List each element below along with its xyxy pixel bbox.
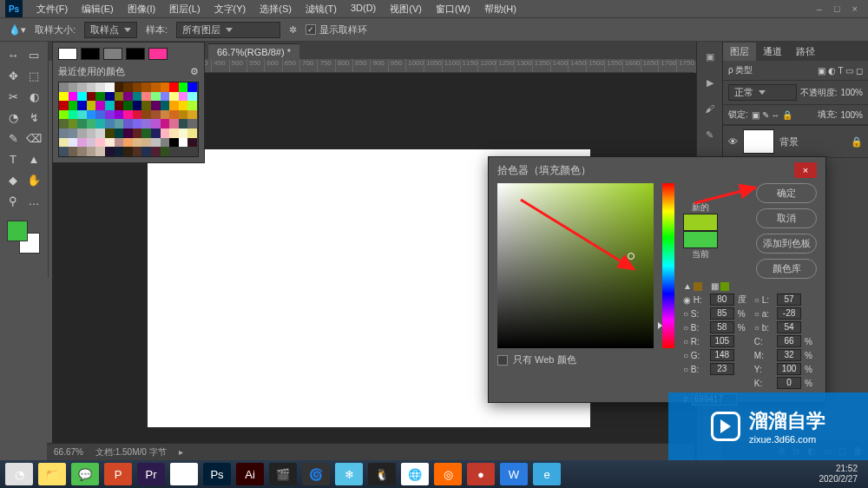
minimize-button[interactable]: – [817,3,822,14]
close-button[interactable]: × [794,162,817,178]
swatch-cell[interactable] [151,138,161,148]
taskbar-app[interactable]: W [500,463,528,485]
menu-window[interactable]: 窗口(W) [431,1,476,17]
swatch-cell[interactable] [133,138,142,148]
tool-9[interactable]: ⌫ [24,129,43,148]
tool-13[interactable]: ✋ [24,170,43,189]
swatch-cell[interactable] [77,119,87,129]
swatch-cell[interactable] [151,119,161,129]
swatch-cell[interactable] [161,110,170,120]
gear-icon[interactable]: ⚙ [190,66,199,77]
swatch-cell[interactable] [69,129,78,138]
tab-channels[interactable]: 通道 [756,43,789,61]
show-ring-checkbox[interactable]: ✓显示取样环 [306,23,367,36]
menu-select[interactable]: 选择(S) [254,1,297,17]
tool-6[interactable]: ◔ [3,108,23,127]
swatch-cell[interactable] [87,119,96,129]
swatch-cell[interactable] [87,82,96,92]
web-safe-icon[interactable]: ▦ [711,281,719,291]
panel-icon[interactable]: ▣ [700,47,720,66]
swatch-cell[interactable] [77,92,87,102]
swatch-cell[interactable] [87,101,96,110]
swatch-cell[interactable] [77,101,87,110]
hue-slider[interactable] [662,183,674,348]
tool-14[interactable]: ⚲ [3,191,23,210]
swatch-cell[interactable] [77,82,87,92]
swatch-cell[interactable] [161,138,170,148]
swatch-cell[interactable] [141,119,151,129]
menu-edit[interactable]: 编辑(E) [76,1,119,17]
swatch-cell[interactable] [179,138,188,148]
b-input[interactable]: 54 [777,321,801,333]
swatch-cell[interactable] [133,129,142,138]
a-input[interactable]: -28 [777,307,801,320]
swatch-cell[interactable] [115,101,124,110]
swatch-cell[interactable] [115,138,124,148]
swatch-cell[interactable] [179,119,188,129]
swatch-cell[interactable] [77,138,87,148]
swatch-cell[interactable] [59,147,69,156]
taskbar-app[interactable]: 🎬 [269,463,297,485]
swatch-cell[interactable] [133,110,142,120]
sample-size-dropdown[interactable]: 取样点 [84,22,137,38]
document-tab[interactable]: 66.7%(RGB/8#) * [208,43,299,60]
doc-size[interactable]: 文档:1.50M/0 字节 [95,446,167,458]
s-input[interactable]: 85 [710,307,734,320]
swatch-cell[interactable] [151,101,161,110]
h-input[interactable]: 80 [710,293,734,306]
swatches-grid[interactable] [58,82,199,157]
swatch-cell[interactable] [161,92,170,102]
swatch-cell[interactable] [187,92,197,102]
swatch-cell[interactable] [105,129,115,138]
fill-value[interactable]: 100% [840,110,863,120]
foreground-color[interactable] [7,221,28,241]
panel-icon[interactable]: 🖌 [700,99,720,118]
taskbar-app[interactable]: 📁 [38,463,66,485]
menu-filter[interactable]: 滤镜(T) [300,1,342,17]
swatch-cell[interactable] [141,129,151,138]
swatch-cell[interactable] [151,92,161,102]
tab-layers[interactable]: 图层 [723,43,756,61]
swatch-cell[interactable] [87,147,96,156]
swatch-cell[interactable] [169,101,179,110]
swatch-cell[interactable] [187,129,197,138]
tool-8[interactable]: ✎ [3,129,23,148]
l-input[interactable]: 57 [777,293,801,306]
add-swatch-button[interactable]: 添加到色板 [756,234,817,254]
swatch-cell[interactable] [151,129,161,138]
g-input[interactable]: 148 [710,349,734,361]
taskbar-app[interactable]: ❄ [335,463,363,485]
swatch-cell[interactable] [123,82,133,92]
swatch-cell[interactable] [133,82,142,92]
swatch-cell[interactable] [95,119,105,129]
r-input[interactable]: 105 [710,335,734,347]
swatch-cell[interactable] [95,101,105,110]
sample-dropdown[interactable]: 所有图层 [176,22,280,38]
taskbar-app[interactable]: Ps [203,463,231,485]
menu-type[interactable]: 文字(Y) [209,1,252,17]
swatch-cell[interactable] [69,110,78,120]
bb-input[interactable]: 23 [710,363,734,375]
swatch-cell[interactable] [105,119,115,129]
taskbar-app[interactable]: 🌐 [401,463,429,485]
swatch-cell[interactable] [179,82,188,92]
eye-icon[interactable]: 👁 [728,136,738,147]
swatch-cell[interactable] [105,92,115,102]
swatch-cell[interactable] [169,138,179,148]
taskbar-app[interactable]: 🐧 [368,463,396,485]
y-input[interactable]: 100 [777,363,801,375]
taskbar-app[interactable]: 🌀 [302,463,330,485]
swatch-cell[interactable] [169,82,179,92]
swatch-cell[interactable] [115,119,124,129]
close-button[interactable]: × [852,3,858,14]
swatch-cell[interactable] [95,110,105,120]
swatch-cell[interactable] [169,119,179,129]
swatch-cell[interactable] [115,129,124,138]
swatch-cell[interactable] [123,147,133,156]
system-clock[interactable]: 21:52 2020/2/27 [819,464,864,485]
swatch-cell[interactable] [95,138,105,148]
swatch-cell[interactable] [151,82,161,92]
tool-2[interactable]: ✥ [3,66,23,85]
swatch-cell[interactable] [115,110,124,120]
swatch-cell[interactable] [59,138,69,148]
